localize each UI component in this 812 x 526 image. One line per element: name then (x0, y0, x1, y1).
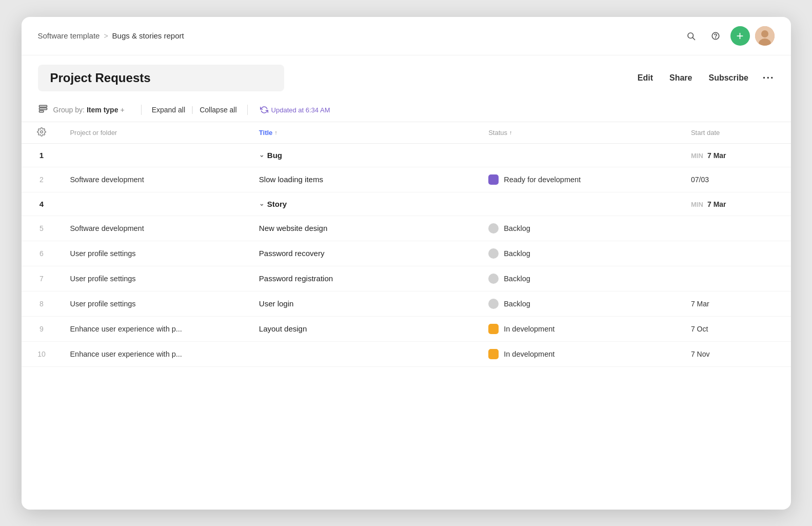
help-button[interactable] (706, 26, 725, 46)
table-row: 4 ⌄ Story MIN 7 Mar (22, 192, 791, 216)
group-name: Bug (267, 151, 282, 160)
svg-rect-8 (39, 108, 47, 109)
add-button[interactable]: + (730, 26, 750, 46)
status-dot (488, 349, 499, 359)
row-status: In development (480, 341, 683, 366)
group-date-cell: MIN 7 Mar (683, 143, 791, 167)
group-by-icon (38, 104, 48, 116)
status-sort-arrow: ↑ (509, 129, 512, 135)
status-dot (488, 223, 499, 233)
row-title: New website design (251, 216, 480, 241)
more-button[interactable]: ··· (763, 72, 775, 84)
collapse-all-button[interactable]: Collapse all (197, 105, 239, 115)
status-label: Status (488, 129, 507, 137)
settings-icon (37, 127, 46, 137)
page-title: Project Requests (50, 71, 151, 85)
toolbar-divider-2: | (191, 105, 193, 114)
row-num: 8 (22, 291, 62, 316)
expand-all-button[interactable]: Expand all (150, 105, 187, 115)
updated-status: Updated at 6:34 AM (260, 106, 330, 114)
status-text: In development (504, 350, 554, 358)
table-row: 1 ⌄ Bug MIN 7 Mar (22, 143, 791, 167)
row-title: Password recovery (251, 241, 480, 266)
row-num: 10 (22, 341, 62, 366)
svg-line-1 (692, 37, 695, 40)
row-date (683, 216, 791, 241)
status-text: Backlog (504, 275, 530, 283)
row-folder: Enhance user experience with p... (62, 316, 250, 341)
share-button[interactable]: Share (667, 70, 694, 86)
svg-rect-7 (39, 105, 47, 107)
status-sort[interactable]: Status ↑ (488, 129, 512, 137)
top-bar: Software template > Bugs & stories repor… (22, 17, 791, 55)
group-folder-cell (62, 143, 250, 167)
top-actions: + (681, 26, 775, 46)
table-row: 10 Enhance user experience with p... In … (22, 341, 791, 366)
group-date-cell: MIN 7 Mar (683, 192, 791, 216)
status-text: Backlog (504, 300, 530, 308)
title-sort[interactable]: Title ↑ (259, 129, 278, 137)
date-value: 07/03 (691, 176, 709, 184)
date-min-label: MIN (691, 201, 703, 208)
row-num: 6 (22, 241, 62, 266)
row-status: Backlog (480, 241, 683, 266)
date-value: 7 Nov (691, 350, 710, 358)
th-status[interactable]: Status ↑ (480, 122, 683, 144)
row-folder: Software development (62, 216, 250, 241)
main-table: Project or folder Title ↑ Status ↑ (22, 122, 791, 367)
date-value: 7 Mar (691, 300, 709, 308)
status-dot (488, 174, 499, 185)
group-by-label: Group by: (53, 106, 85, 114)
add-icon: + (736, 30, 743, 42)
subscribe-button[interactable]: Subscribe (706, 70, 750, 86)
date-value: 7 Mar (707, 200, 726, 208)
table-row: 8 User profile settings User login Backl… (22, 291, 791, 316)
date-value: 7 Oct (691, 325, 708, 333)
svg-point-3 (715, 37, 716, 38)
row-num: 9 (22, 316, 62, 341)
group-name: Story (267, 200, 287, 208)
status-text: Ready for development (504, 176, 581, 184)
row-folder: User profile settings (62, 241, 250, 266)
group-chevron-icon: ⌄ (259, 151, 264, 159)
breadcrumb-link[interactable]: Software template (38, 31, 100, 40)
row-folder: User profile settings (62, 291, 250, 316)
row-status: Backlog (480, 291, 683, 316)
avatar[interactable] (755, 26, 775, 46)
group-title-cell: ⌄ Story (251, 192, 480, 216)
toolbar-divider-3 (247, 105, 248, 115)
row-date: 7 Mar (683, 291, 791, 316)
row-num: 4 (22, 192, 62, 216)
th-settings[interactable] (22, 122, 62, 144)
row-num: 7 (22, 266, 62, 291)
group-chevron-icon: ⌄ (259, 200, 264, 207)
add-group-button[interactable]: + (120, 106, 124, 114)
th-title[interactable]: Title ↑ (251, 122, 480, 144)
main-window: Software template > Bugs & stories repor… (22, 17, 791, 510)
table-row: 7 User profile settings Password registr… (22, 266, 791, 291)
avatar-image (755, 26, 775, 46)
group-status-cell (480, 192, 683, 216)
search-button[interactable] (681, 26, 701, 46)
group-title-cell: ⌄ Bug (251, 143, 480, 167)
breadcrumb-separator: > (104, 32, 108, 40)
row-folder: Enhance user experience with p... (62, 341, 250, 366)
row-date: 07/03 (683, 167, 791, 192)
edit-button[interactable]: Edit (636, 70, 655, 86)
date-value: 7 Mar (707, 151, 726, 160)
breadcrumb-current: Bugs & stories report (112, 31, 184, 40)
table-body: 1 ⌄ Bug MIN 7 Mar 2 Software development… (22, 143, 791, 366)
status-dot (488, 324, 499, 334)
status-dot (488, 248, 499, 259)
item-type-label[interactable]: Item type (87, 106, 118, 114)
row-folder: User profile settings (62, 266, 250, 291)
th-start-date: Start date (683, 122, 791, 144)
group-folder-cell (62, 192, 250, 216)
row-status: Ready for development (480, 167, 683, 192)
row-num: 2 (22, 167, 62, 192)
title-sort-arrow: ↑ (274, 129, 278, 135)
status-text: Backlog (504, 249, 530, 258)
toolbar: Group by: Item type + Expand all | Colla… (22, 99, 791, 122)
status-text: Backlog (504, 224, 530, 232)
row-title: Slow loading items (251, 167, 480, 192)
